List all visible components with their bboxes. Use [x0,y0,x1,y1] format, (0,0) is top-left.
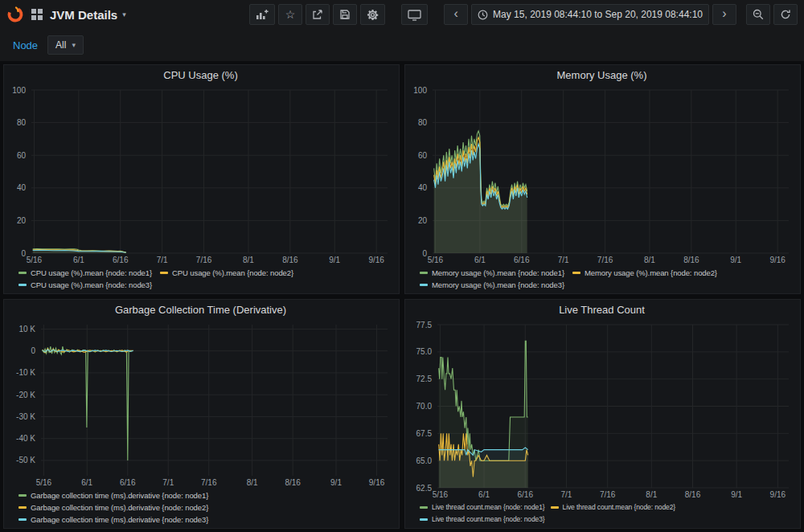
svg-text:6/16: 6/16 [514,256,530,264]
share-icon[interactable] [306,4,330,25]
panel-gc-time: Garbage Collection Time (Derivative) 10 … [3,299,400,529]
dashboard-grid: CPU Usage (%) 0204060801005/166/16/167/1… [0,61,804,532]
svg-text:-30 K: -30 K [16,412,35,421]
legend-item[interactable]: Garbage collection time (ms).derivative … [18,490,208,501]
legend-item[interactable]: Live thread count.mean {node: node2} [551,502,676,513]
series-color-icon [420,518,428,521]
dashboard-title[interactable]: JVM Details ▾ [50,8,126,22]
add-panel-button[interactable] [249,4,275,25]
legend-label: Live thread count.mean {node: node2} [563,502,676,513]
svg-text:10 K: 10 K [18,325,35,334]
variable-label-node: Node [10,36,41,55]
legend-item[interactable]: CPU usage (%).mean {node: node3} [18,280,152,290]
svg-text:62.5: 62.5 [416,484,433,493]
legend-item[interactable]: Live thread count.mean {node: node3} [420,514,545,525]
live-thread-count-legend: Live thread count.mean {node: node1}Live… [408,501,795,526]
search-minus-icon [753,9,764,20]
svg-text:7/16: 7/16 [201,478,217,487]
star-icon[interactable]: ☆ [278,4,302,25]
legend-item[interactable]: CPU usage (%).mean {node: node2} [160,268,293,278]
svg-text:80: 80 [418,118,428,127]
svg-text:40: 40 [418,183,428,192]
legend-label: Garbage collection time (ms).derivative … [31,502,208,513]
legend-label: Memory usage (%).mean {node: node3} [432,280,564,290]
legend-label: Garbage collection time (ms).derivative … [31,490,208,501]
svg-text:7/1: 7/1 [561,490,572,499]
legend-item[interactable]: Memory usage (%).mean {node: node3} [420,280,564,290]
zoom-out-button[interactable] [746,4,770,25]
svg-text:80: 80 [17,118,27,127]
memory-usage-legend: Memory usage (%).mean {node: node1}Memor… [408,266,795,291]
legend-label: Live thread count.mean {node: node1} [432,502,545,513]
gear-icon[interactable] [360,4,385,25]
svg-text:9/1: 9/1 [329,256,340,264]
svg-text:0: 0 [422,249,427,258]
series-color-icon [18,518,27,521]
navbar-right: ☆ ‹ [249,4,798,25]
variable-value-dropdown[interactable]: All ▾ [47,35,84,55]
legend-item[interactable]: Memory usage (%).mean {node: node1} [420,268,564,278]
time-forward-button[interactable]: › [712,4,736,25]
series-color-icon [18,506,27,509]
svg-text:7/1: 7/1 [162,478,174,487]
refresh-button[interactable] [773,4,798,25]
cpu-usage-chart[interactable]: 0204060801005/166/16/167/17/168/18/169/1… [7,84,394,266]
svg-text:8/1: 8/1 [644,256,655,264]
panel-cpu-usage: CPU Usage (%) 0204060801005/166/16/167/1… [3,64,400,294]
svg-text:8/16: 8/16 [683,256,699,264]
chevron-down-icon: ▾ [122,11,126,18]
navbar: JVM Details ▾ ☆ [0,0,804,29]
legend-item[interactable]: Garbage collection time (ms).derivative … [18,514,208,525]
legend-item[interactable]: Live thread count.mean {node: node1} [420,502,545,513]
svg-text:6/1: 6/1 [81,478,92,487]
svg-text:8/1: 8/1 [243,256,254,264]
cpu-usage-legend: CPU usage (%).mean {node: node1}CPU usag… [7,266,394,291]
panel-title[interactable]: Garbage Collection Time (Derivative) [7,301,394,319]
panel-title[interactable]: Memory Usage (%) [408,67,795,84]
series-color-icon [572,272,580,274]
svg-text:-10 K: -10 K [16,368,35,377]
panel-title[interactable]: CPU Usage (%) [7,67,394,84]
legend-label: CPU usage (%).mean {node: node1} [31,268,152,278]
svg-text:70.0: 70.0 [416,402,433,411]
submenu: Node All ▾ [0,29,804,61]
navbar-left: JVM Details ▾ [6,6,126,23]
legend-item[interactable]: CPU usage (%).mean {node: node1} [18,268,152,278]
dashboards-grid-icon[interactable] [31,9,43,20]
star-glyph: ☆ [285,8,296,21]
svg-text:40: 40 [17,183,27,192]
svg-text:7/16: 7/16 [600,490,616,499]
legend-item[interactable]: Memory usage (%).mean {node: node2} [572,268,717,278]
time-range-button[interactable]: May 15, 2019 08:44:10 to Sep 20, 2019 08… [471,4,709,25]
svg-text:7/16: 7/16 [597,256,613,264]
chevron-right-icon: › [722,7,726,22]
svg-text:8/1: 8/1 [247,478,258,487]
gc-time-chart[interactable]: 10 K0-10 K-20 K-30 K-40 K-50 K5/166/16/1… [7,319,394,489]
svg-text:77.5: 77.5 [416,321,433,329]
panel-title[interactable]: Live Thread Count [408,301,795,319]
time-back-button[interactable]: ‹ [444,4,468,25]
svg-text:9/1: 9/1 [731,490,742,499]
svg-text:7/16: 7/16 [196,256,212,264]
legend-label: Memory usage (%).mean {node: node2} [585,268,717,278]
variable-selected-value: All [55,39,66,51]
memory-usage-chart[interactable]: 0204060801005/166/16/167/17/168/18/169/1… [408,84,795,266]
series-color-icon [160,272,168,274]
live-thread-count-chart[interactable]: 62.565.067.570.072.575.077.55/166/16/167… [408,319,795,501]
series-color-icon [551,506,559,509]
save-icon[interactable] [333,4,357,25]
svg-text:5/16: 5/16 [433,490,449,499]
series-color-icon [18,284,27,286]
series-color-icon [420,272,428,274]
svg-text:9/1: 9/1 [730,256,741,264]
svg-text:60: 60 [418,151,428,160]
tv-kiosk-button[interactable] [401,4,428,25]
clock-icon [478,10,488,20]
svg-text:-40 K: -40 K [16,434,35,443]
legend-item[interactable]: Garbage collection time (ms).derivative … [18,502,208,513]
svg-text:7/1: 7/1 [157,256,168,264]
svg-text:75.0: 75.0 [416,347,433,356]
grafana-logo-icon[interactable] [6,6,24,23]
series-color-icon [18,272,27,274]
svg-text:6/1: 6/1 [474,256,486,264]
